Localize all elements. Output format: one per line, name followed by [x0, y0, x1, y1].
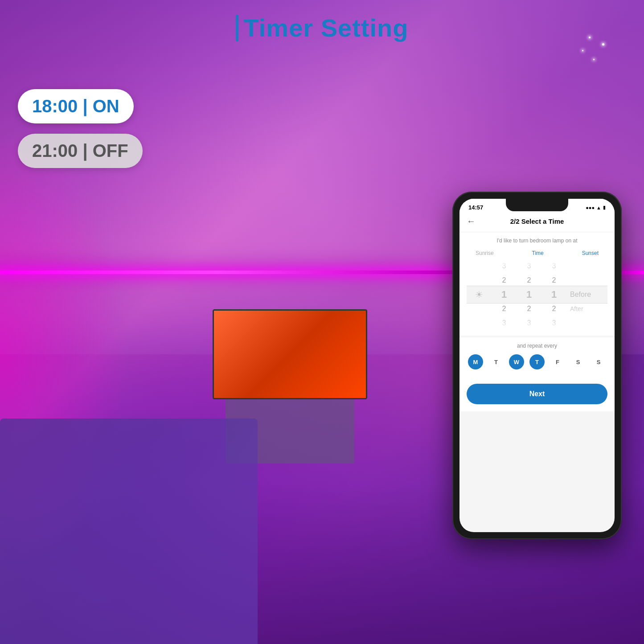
- sunset-label: Sunset: [582, 250, 599, 256]
- wifi-icon: ▲: [596, 205, 601, 210]
- picker-columns: ☀ 3 2 1 2 3: [467, 259, 607, 330]
- time-label: Time: [532, 250, 544, 256]
- picker-label-before: Before: [570, 287, 591, 302]
- next-button[interactable]: Next: [467, 384, 607, 404]
- timer-on-badge: 18:00 | ON: [18, 89, 134, 123]
- phone-frame: 14:57 ●●● ▲ ▮ ← 2/2 Select a Time I'd li…: [452, 192, 622, 539]
- timer-off-badge: 21:00 | OFF: [18, 134, 143, 168]
- picker-item: 2: [541, 273, 566, 287]
- day-sunday[interactable]: S: [591, 354, 606, 369]
- day-wednesday[interactable]: W: [509, 354, 524, 369]
- picker-item: 3: [492, 316, 517, 330]
- days-row: M T W T F S S: [467, 354, 607, 369]
- back-button[interactable]: ←: [467, 216, 476, 226]
- next-btn-container: Next: [459, 375, 615, 411]
- picker-item: 2: [492, 273, 517, 287]
- phone-mockup: 14:57 ●●● ▲ ▮ ← 2/2 Select a Time I'd li…: [452, 192, 622, 539]
- app-header: ← 2/2 Select a Time: [459, 213, 615, 232]
- picker-item-selected: 1: [517, 287, 541, 302]
- picker-item: 2: [541, 302, 566, 316]
- title-bar-icon: [236, 15, 238, 41]
- picker-labels: Sunrise Time Sunset: [467, 250, 607, 256]
- time-picker[interactable]: ☀ 3 2 1 2 3: [467, 259, 607, 330]
- picker-item: 2: [492, 302, 517, 316]
- before-after-col: Before After: [566, 259, 607, 330]
- day-thursday[interactable]: T: [529, 354, 545, 369]
- picker-item: 3: [517, 259, 541, 273]
- picker-item: 3: [541, 259, 566, 273]
- picker-label-after: After: [570, 302, 583, 316]
- day-saturday[interactable]: S: [570, 354, 586, 369]
- picker-item: 2: [517, 302, 541, 316]
- picker-item-selected: 1: [492, 287, 517, 302]
- header-title: 2/2 Select a Time: [510, 217, 564, 225]
- sunrise-label: Sunrise: [476, 250, 494, 256]
- app-content: I'd like to turn bedroom lamp on at Sunr…: [459, 232, 615, 336]
- picker-col-2[interactable]: 3 2 1 2 3: [517, 259, 541, 330]
- content-layer: Timer Setting 18:00 | ON 21:00 | OFF 14:…: [0, 0, 644, 644]
- picker-col-1[interactable]: 3 2 1 2 3: [492, 259, 517, 330]
- page-title: Timer Setting: [244, 13, 409, 42]
- repeat-label: and repeat every: [467, 343, 607, 349]
- picker-col-3[interactable]: 3 2 1 2 3: [541, 259, 566, 330]
- battery-icon: ▮: [603, 205, 606, 210]
- page-title-container: Timer Setting: [236, 13, 409, 42]
- status-icons: ●●● ▲ ▮: [586, 205, 606, 210]
- day-friday[interactable]: F: [550, 354, 565, 369]
- phone-notch: [506, 199, 568, 211]
- picker-item: 2: [517, 273, 541, 287]
- picker-item: 3: [517, 316, 541, 330]
- day-monday[interactable]: M: [468, 354, 483, 369]
- sunrise-icon: ☀: [475, 289, 483, 300]
- sunrise-col[interactable]: ☀: [467, 259, 492, 330]
- signal-icon: ●●●: [586, 205, 595, 210]
- repeat-section: and repeat every M T W T F S S: [459, 337, 615, 375]
- phone-screen: 14:57 ●●● ▲ ▮ ← 2/2 Select a Time I'd li…: [459, 199, 615, 532]
- subtitle: I'd like to turn bedroom lamp on at: [467, 238, 607, 244]
- status-time: 14:57: [468, 204, 483, 211]
- day-tuesday[interactable]: T: [488, 354, 504, 369]
- picker-item: 3: [541, 316, 566, 330]
- picker-item-selected: 1: [541, 287, 566, 302]
- picker-item: 3: [492, 259, 517, 273]
